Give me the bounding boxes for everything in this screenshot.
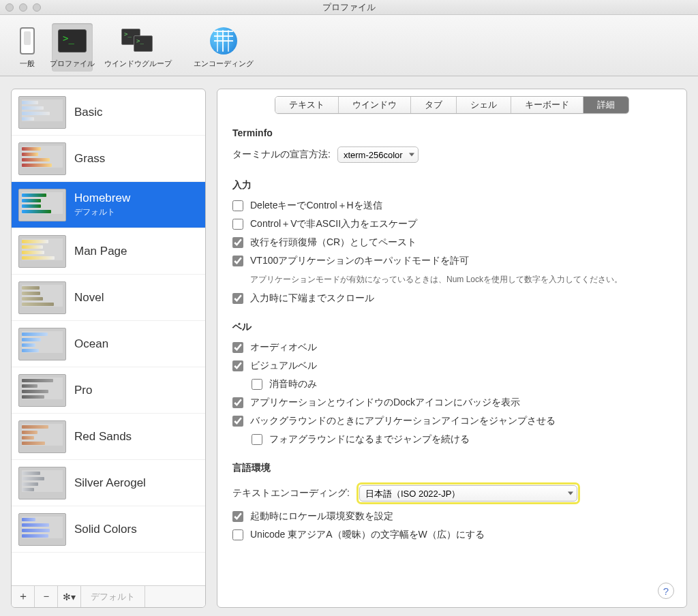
- toolbar-label: 一般: [20, 59, 35, 69]
- profile-name: Ocean: [74, 337, 108, 351]
- globe-icon: [209, 26, 239, 56]
- tab-3[interactable]: シェル: [457, 97, 511, 113]
- cb-paste-cr[interactable]: [232, 237, 243, 248]
- profile-thumbnail: [18, 467, 66, 499]
- profile-name: Pro: [74, 384, 92, 397]
- profile-name: Man Page: [74, 245, 127, 258]
- cb-east-asian-wide[interactable]: [232, 529, 243, 540]
- add-profile-button[interactable]: ＋: [12, 586, 35, 608]
- cb-label: アプリケーションとウインドウのDockアイコンにバッジを表示: [250, 397, 520, 409]
- profile-row[interactable]: Man Page: [12, 228, 205, 275]
- sidebar-footer: ＋ － ✻▾ デフォルト: [12, 585, 205, 607]
- section-bell: ベル: [232, 321, 671, 333]
- cb-label: VT100アプリケーションのキーパッドモードを許可: [250, 255, 469, 267]
- profile-actions-menu[interactable]: ✻▾: [58, 586, 81, 608]
- toolbar-label: プロファイル: [50, 59, 95, 69]
- text-encoding-label: テキストエンコーディング:: [232, 487, 350, 499]
- cb-dock-badge[interactable]: [232, 397, 243, 408]
- cb-bounce-until-fg[interactable]: [252, 434, 262, 445]
- cb-label: 起動時にロケール環境変数を設定: [250, 510, 393, 523]
- profile-row[interactable]: Ocean: [12, 321, 205, 367]
- toolbar-window-groups[interactable]: ウインドウグループ: [97, 23, 179, 72]
- profile-thumbnail: [18, 189, 66, 221]
- cb-audio-bell[interactable]: [232, 342, 243, 353]
- cb-mute-only[interactable]: [252, 379, 262, 390]
- profile-thumbnail: [18, 96, 66, 129]
- zoom-window-icon[interactable]: [33, 3, 41, 12]
- remove-profile-button[interactable]: －: [35, 586, 58, 608]
- window-title: プロファイル: [0, 1, 698, 14]
- cb-label: フォアグラウンドになるまでジャンプを続ける: [269, 433, 470, 446]
- profile-thumbnail: [18, 420, 66, 453]
- profiles-list[interactable]: BasicGrassHomebrewデフォルトMan PageNovelOcea…: [12, 89, 205, 585]
- cb-label: Unicode 東アジアA（曖昧）の文字幅をW（広）にする: [250, 529, 485, 541]
- profile-thumbnail: [18, 374, 66, 407]
- toolbar-encoding[interactable]: エンコーディング: [183, 23, 264, 72]
- profile-name: Red Sands: [74, 430, 132, 444]
- cb-vt100-keypad[interactable]: [232, 256, 243, 266]
- profile-row[interactable]: Silver Aerogel: [12, 460, 205, 506]
- cb-label: 消音時のみ: [269, 378, 317, 390]
- cb-label: 改行を行頭復帰（CR）としてペースト: [250, 236, 416, 249]
- profile-thumbnail: [18, 328, 66, 360]
- profile-name: Grass: [74, 152, 105, 166]
- window-titlebar: プロファイル: [0, 0, 698, 15]
- profile-thumbnail: [18, 142, 66, 175]
- minimize-window-icon[interactable]: [19, 3, 27, 12]
- window-group-icon: [119, 26, 157, 56]
- declare-as-label: ターミナルの宣言方法:: [232, 149, 331, 161]
- profile-sidebar: BasicGrassHomebrewデフォルトMan PageNovelOcea…: [11, 89, 206, 608]
- profile-row[interactable]: Basic: [12, 89, 205, 136]
- text-encoding-select[interactable]: 日本語（ISO 2022-JP）: [359, 485, 577, 502]
- tab-2[interactable]: タブ: [411, 97, 457, 113]
- profile-row[interactable]: Novel: [12, 275, 205, 321]
- cb-label: バックグラウンドのときにアプリケーションアイコンをジャンプさせる: [250, 415, 556, 427]
- profile-thumbnail: [18, 281, 66, 314]
- profile-row[interactable]: Grass: [12, 136, 205, 182]
- cb-visual-bell[interactable]: [232, 360, 243, 371]
- tab-4[interactable]: キーボード: [511, 97, 583, 113]
- cb-set-locale-env[interactable]: [232, 511, 243, 522]
- general-icon: [12, 26, 42, 56]
- toolbar-label: ウインドウグループ: [104, 59, 172, 69]
- profile-name: Silver Aerogel: [74, 476, 146, 490]
- cb-ctrlv-escape[interactable]: [232, 219, 243, 230]
- profile-name: Novel: [74, 291, 104, 305]
- profile-default-tag: デフォルト: [74, 206, 130, 218]
- declare-as-select[interactable]: xterm-256color: [337, 147, 419, 163]
- cb-label: オーディオベル: [250, 341, 317, 354]
- cb-bounce-bg[interactable]: [232, 416, 243, 427]
- cb-label: Control＋Vで非ASCII入力をエスケープ: [250, 218, 417, 230]
- cb-label: DeleteキーでControl＋Hを送信: [250, 200, 382, 212]
- help-button[interactable]: ?: [658, 583, 674, 599]
- set-default-button: デフォルト: [81, 586, 145, 608]
- cb-delete-ctrlh[interactable]: [232, 200, 243, 211]
- toolbar-label: エンコーディング: [194, 59, 254, 69]
- cb-label: 入力時に下端までスクロール: [250, 292, 374, 305]
- toolbar-profiles[interactable]: プロファイル: [52, 23, 93, 72]
- tab-1[interactable]: ウインドウ: [339, 97, 411, 113]
- section-locale: 言語環境: [232, 462, 671, 474]
- profile-row[interactable]: Solid Colors: [12, 506, 205, 553]
- profile-row[interactable]: Pro: [12, 367, 205, 414]
- vt100-note: アプリケーションモードが有効になっているときは、Num Lockを使用して数字を…: [232, 273, 671, 286]
- preferences-toolbar: 一般 プロファイル ウインドウグループ エンコーディング: [0, 15, 698, 76]
- profile-name: Basic: [74, 106, 103, 119]
- content-area: BasicGrassHomebrewデフォルトMan PageNovelOcea…: [0, 76, 698, 616]
- traffic-lights: [5, 3, 41, 12]
- toolbar-general[interactable]: 一般: [7, 23, 48, 72]
- profile-thumbnail: [18, 235, 66, 268]
- settings-panel: テキストウインドウタブシェルキーボード詳細 Terminfo ターミナルの宣言方…: [217, 89, 687, 608]
- profile-name: Solid Colors: [74, 523, 137, 536]
- cb-label: ビジュアルベル: [250, 360, 317, 372]
- cb-scroll-bottom[interactable]: [232, 293, 243, 304]
- profile-row[interactable]: Red Sands: [12, 414, 205, 460]
- profile-icon: [57, 26, 87, 56]
- section-input: 入力: [232, 179, 671, 191]
- tab-5[interactable]: 詳細: [583, 97, 628, 113]
- profile-row[interactable]: Homebrewデフォルト: [12, 182, 205, 228]
- close-window-icon[interactable]: [5, 3, 14, 12]
- tab-0[interactable]: テキスト: [275, 97, 339, 113]
- section-terminfo: Terminfo: [232, 127, 671, 138]
- profile-name: Homebrew: [74, 191, 130, 205]
